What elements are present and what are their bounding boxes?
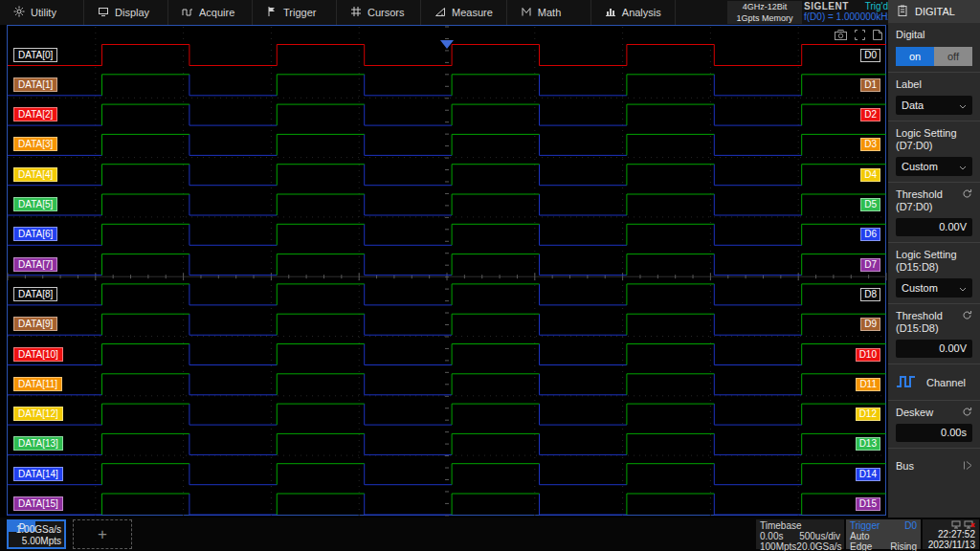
reset-icon[interactable] [962,188,972,201]
waveform-high-d6 [102,224,887,245]
channel-label-d13[interactable]: DATA[13] [13,436,63,451]
menu-trigger-label: Trigger [283,7,316,18]
channel-badge-d9[interactable]: D9 [860,318,880,331]
camera-icon[interactable] [835,27,847,44]
waveform-low-d8 [8,284,802,305]
logic-setting-low-section: Logic Setting (D7:D0) Custom [888,121,980,183]
channel-badge-d12[interactable]: D12 [856,408,880,421]
waveform-high-d14 [102,464,887,485]
menu-utility[interactable]: Utility [0,0,84,25]
menu-trigger[interactable]: Trigger [253,0,337,25]
menu-acquire[interactable]: Acquire [168,0,253,25]
channel-button-label: Channel [926,377,966,388]
trigger-mode: Auto [850,532,870,541]
threshold-low-range: (D7:D0) [896,201,943,213]
sample-rate-value: 1.00GSa/s [16,524,61,536]
channel-label-d3[interactable]: DATA[3] [13,137,57,151]
logic-low-dropdown[interactable]: Custom [896,157,972,176]
channel-badge-d2[interactable]: D2 [860,108,880,121]
menu-cursors[interactable]: Cursors [337,0,421,25]
waveform-high-d3 [102,134,887,155]
digital-on-button[interactable]: on [896,47,934,66]
channel-badge-d14[interactable]: D14 [856,468,880,481]
channel-badge-d15[interactable]: D15 [856,497,880,511]
channel-label-d7[interactable]: DATA[7] [13,257,57,272]
deskew-input[interactable]: 0.00s [896,424,972,442]
channel-badge-d5[interactable]: D5 [860,198,880,211]
channel-badge-d7[interactable]: D7 [860,258,880,272]
waveform-high-d7 [102,254,887,276]
channel-label-d5[interactable]: DATA[5] [13,197,57,211]
panel-title: DIGITAL [915,6,955,17]
channel-label-d12[interactable]: DATA[12] [13,407,63,421]
menu-analysis[interactable]: Analysis [591,0,676,25]
channel-badge-d8[interactable]: D8 [860,288,880,301]
timebase-title: Timebase [760,521,802,531]
waveform-display: DATA[0]D0DATA[1]D1DATA[2]D2DATA[3]D3DATA… [0,25,888,518]
label-section-title: Label [896,78,972,91]
clipboard-icon [898,5,907,18]
waveform-low-d9 [8,314,802,335]
channel-badge-d4[interactable]: D4 [860,168,880,182]
channel-label-d2[interactable]: DATA[2] [13,107,57,121]
channel-badge-d10[interactable]: D10 [856,348,880,362]
channel-label-d4[interactable]: DATA[4] [13,167,57,182]
channel-badge-d0[interactable]: D0 [860,49,880,62]
fullscreen-icon[interactable] [855,27,865,44]
channel-badge-d6[interactable]: D6 [860,228,880,241]
lan-disconnected-icon [964,520,975,529]
bus-button[interactable]: Bus [888,449,980,485]
menu-display[interactable]: Display [84,0,168,25]
bottom-status-bar: D 1.00GSa/s 5.00Mpts + Timebase 0.00s 50… [0,518,980,551]
channel-select-button[interactable]: Channel [888,364,980,401]
channel-label-d1[interactable]: DATA[1] [13,77,57,92]
channel-badge-d11[interactable]: D11 [856,378,880,391]
menu-math-label: Math [538,7,561,18]
plus-icon: + [98,525,107,544]
reset-icon[interactable] [962,407,972,419]
cursors-icon [350,6,362,19]
waveform-low-d3 [8,134,802,155]
clock-time: 22:27:52 [926,529,975,540]
waveform-low-d10 [8,344,802,365]
waveform-low-d5 [8,194,802,215]
channel-badge-d13[interactable]: D13 [856,437,880,451]
channel-badge-d1[interactable]: D1 [860,78,880,92]
trigger-descriptor[interactable]: Trigger D0 Auto Edge Rising [846,519,921,549]
threshold-high-input[interactable]: 0.00V [896,340,972,358]
waveform-high-d11 [102,374,887,395]
logic-high-dropdown-value: Custom [902,282,938,294]
timebase-rate: 20.0GSa/s [796,542,841,551]
channel-label-d6[interactable]: DATA[6] [13,227,57,241]
brand-status-box: SIGLENT Trig'd f(D0) = 1.000000kHz [804,1,888,24]
threshold-low-input[interactable]: 0.00V [896,218,972,236]
timebase-points: 100Mpts [760,542,796,551]
label-section: Label Data [888,73,980,121]
reset-icon[interactable] [962,310,972,322]
channel-label-d15[interactable]: DATA[15] [13,496,63,511]
deskew-section: Deskew 0.00s [888,401,980,449]
label-dropdown[interactable]: Data [896,96,972,115]
channel-label-d11[interactable]: DATA[11] [13,377,62,391]
digital-channel-descriptor[interactable]: D 1.00GSa/s 5.00Mpts [7,519,66,549]
logic-high-dropdown[interactable]: Custom [896,278,972,298]
menu-math[interactable]: Math [507,0,591,25]
brand-logo: SIGLENT [804,1,849,11]
channel-label-d0[interactable]: DATA[0] [13,48,57,62]
channel-label-d10[interactable]: DATA[10] [13,347,63,362]
channel-badge-d3[interactable]: D3 [860,138,880,151]
timebase-descriptor[interactable]: Timebase 0.00s 500us/div 100Mpts 20.0GSa… [756,519,844,549]
chevron-down-icon [959,161,967,172]
channel-label-d14[interactable]: DATA[14] [13,467,63,481]
add-channel-button[interactable]: + [73,519,132,549]
panel-header: DIGITAL [888,0,980,23]
datetime-box[interactable]: 22:27:52 2023/11/13 [923,519,979,549]
trigger-slope: Rising [890,542,917,551]
timebase-delay: 0.00s [760,532,783,541]
page-flip-icon[interactable] [873,27,882,44]
digital-off-button[interactable]: off [934,47,972,66]
channel-label-d8[interactable]: DATA[8] [13,287,57,301]
menu-measure[interactable]: Measure [421,0,507,25]
channel-label-d9[interactable]: DATA[9] [13,317,57,331]
waveform-high-d10 [102,344,887,365]
